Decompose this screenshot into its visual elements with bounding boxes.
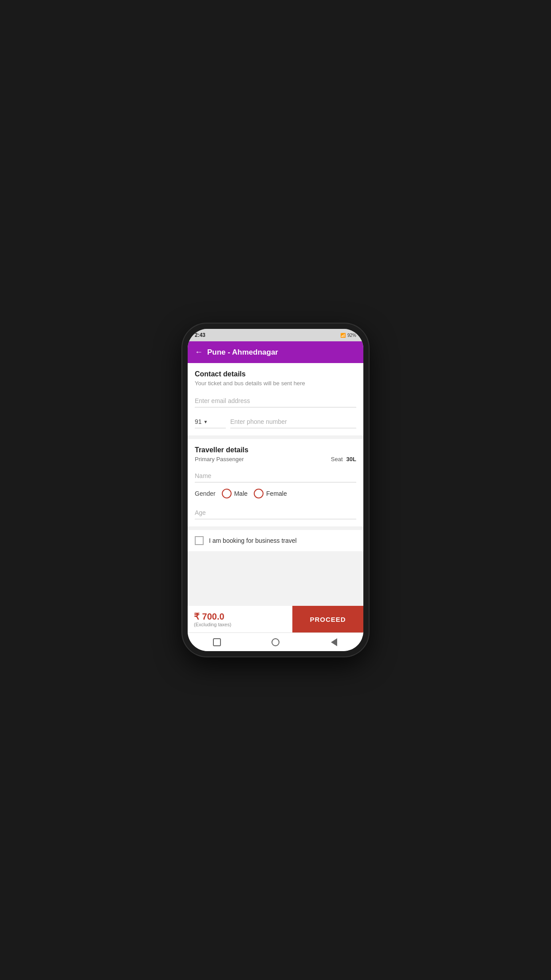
female-radio[interactable] — [254, 489, 264, 498]
back-button[interactable]: ← — [195, 348, 203, 357]
traveller-details-title: Traveller details — [195, 446, 356, 454]
contact-details-title: Contact details — [195, 370, 356, 378]
female-radio-inner — [256, 491, 261, 496]
bottom-bar: ₹ 700.0 (Excluding taxes) PROCEED — [188, 606, 363, 632]
male-radio[interactable] — [222, 489, 232, 498]
country-code-value: 91 — [195, 418, 202, 425]
male-label: Male — [234, 490, 248, 497]
square-icon — [213, 638, 221, 646]
nav-back-button[interactable] — [329, 637, 339, 648]
business-travel-section: I am booking for business travel — [188, 530, 363, 551]
name-input[interactable] — [195, 468, 356, 482]
battery-indicator: 92% — [347, 333, 356, 338]
phone-row: 91 ▼ — [195, 414, 356, 428]
email-input[interactable] — [195, 393, 356, 407]
app-header: ← Pune - Ahmednagar — [188, 341, 363, 363]
male-radio-inner — [224, 491, 229, 496]
seat-number: 30L — [346, 456, 356, 462]
status-bar: 2:43 📶 92% — [188, 329, 363, 341]
phone-input[interactable] — [230, 414, 356, 428]
price-value: 700.0 — [202, 612, 224, 621]
back-icon — [331, 638, 337, 646]
empty-area — [188, 555, 363, 581]
gender-row: Gender Male Female — [195, 489, 356, 498]
home-icon — [272, 638, 279, 646]
price-section: ₹ 700.0 (Excluding taxes) — [188, 606, 292, 632]
primary-passenger-row: Primary Passenger Seat 30L — [195, 456, 356, 462]
female-label: Female — [266, 490, 287, 497]
proceed-button[interactable]: PROCEED — [292, 606, 363, 632]
phone-screen: 2:43 📶 92% ← Pune - Ahmednagar Contact d… — [188, 329, 363, 651]
nav-bar — [188, 632, 363, 651]
gender-label: Gender — [195, 490, 216, 497]
price-symbol: ₹ — [194, 612, 200, 621]
status-time: 2:43 — [195, 332, 205, 338]
business-travel-label: I am booking for business travel — [209, 537, 297, 544]
primary-passenger-label: Primary Passenger — [195, 456, 244, 462]
female-option[interactable]: Female — [254, 489, 287, 498]
nav-square-button[interactable] — [212, 637, 222, 648]
nav-home-button[interactable] — [270, 637, 281, 648]
price-tax: (Excluding taxes) — [194, 622, 286, 627]
page-title: Pune - Ahmednagar — [207, 348, 278, 357]
business-travel-checkbox[interactable] — [195, 536, 204, 545]
contact-details-section: Contact details Your ticket and bus deta… — [188, 363, 363, 435]
country-code-selector[interactable]: 91 ▼ — [195, 418, 226, 428]
contact-details-subtitle: Your ticket and bus details will be sent… — [195, 380, 356, 387]
signal-icon: 📶 — [340, 333, 346, 338]
status-icons: 📶 92% — [340, 333, 356, 338]
price-amount: ₹ 700.0 — [194, 611, 286, 622]
phone-frame: 2:43 📶 92% ← Pune - Ahmednagar Contact d… — [182, 324, 369, 656]
seat-label: Seat — [331, 456, 343, 462]
main-content: Contact details Your ticket and bus deta… — [188, 363, 363, 606]
seat-info: Seat 30L — [331, 456, 356, 462]
age-input[interactable] — [195, 505, 356, 519]
dropdown-arrow-icon: ▼ — [204, 419, 208, 424]
traveller-details-section: Traveller details Primary Passenger Seat… — [188, 439, 363, 526]
male-option[interactable]: Male — [222, 489, 248, 498]
